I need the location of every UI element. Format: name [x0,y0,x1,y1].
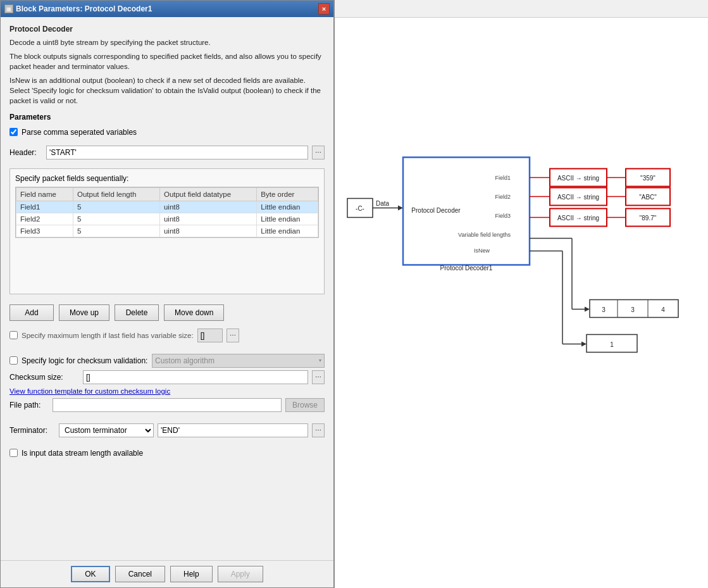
cell-length: 5 [73,201,160,213]
dialog-footer: OK Cancel Help Apply [1,560,333,587]
decoder-block-label: Protocol Decoder1 [440,265,493,272]
desc2: The block outputs signals corresponding … [9,51,325,72]
packet-section: Specify packet fields sequentially: Fiel… [9,168,325,294]
ascii3-label: ASCII → string [557,215,599,222]
checksum-row: Specify logic for checksum validation: C… [9,354,325,368]
cell-byteorder: Little endian [257,213,318,225]
col-byteorder: Byte order [257,187,318,201]
cell-fieldname: Field1 [16,201,73,213]
add-button[interactable]: Add [9,304,54,321]
packet-section-title: Specify packet fields sequentially: [15,174,319,183]
col-datatype: Output field datatype [159,187,256,201]
var-arrow [585,307,590,312]
dialog-window: ▦ Block Parameters: Protocol Decoder1 × … [0,0,334,588]
delete-button[interactable]: Delete [115,304,159,321]
parse-csv-checkbox[interactable] [9,128,18,136]
var-field-label: Specify maximum length if last field has… [22,332,194,339]
terminator-options-button[interactable]: ⋯ [312,423,325,437]
parse-csv-label: Parse comma seperated variables [22,128,137,137]
out1-label: "359" [640,175,655,182]
desc3: IsNew is an additional output (boolean) … [9,75,325,106]
cancel-button[interactable]: Cancel [115,566,165,582]
out2-label: "ABC" [639,194,657,201]
cell-byteorder: Little endian [257,201,318,213]
fields-table-container: Field name Output field length Output fi… [15,187,319,238]
dialog-icon: ▦ [4,4,13,13]
terminator-select[interactable]: Custom terminator No terminator CR LF CR… [59,423,154,437]
var-field-checkbox[interactable] [9,331,18,339]
header-input[interactable] [46,146,308,160]
decoder-title: Protocol Decoder [411,207,461,214]
diagram-panel: -C- Data Field1 Field2 Field3 Variable f… [334,0,708,588]
num2-label: 1 [610,341,614,348]
num1b-label: 3 [631,306,635,313]
checksum-size-row: Checksum size: ⋯ [9,370,325,384]
terminator-label: Terminator: [9,426,55,435]
checksum-size-input[interactable] [83,370,308,384]
filepath-row: File path: Browse [9,398,325,412]
cell-fieldname: Field2 [16,213,73,225]
header-row: Header: ⋯ [9,146,325,160]
cell-datatype: uint8 [159,201,256,213]
ok-button[interactable]: OK [71,566,109,582]
col-fieldname: Field name [16,187,73,201]
dialog-title: Block Parameters: Protocol Decoder1 [16,4,152,13]
title-bar: ▦ Block Parameters: Protocol Decoder1 × [1,1,333,17]
filepath-input[interactable] [53,398,282,412]
checksum-label: Specify logic for checksum validation: [22,356,148,365]
params-label: Parameters [9,113,325,122]
table-row[interactable]: Field2 5 uint8 Little endian [16,213,318,225]
ascii1-label: ASCII → string [557,175,599,182]
checksum-size-options-button[interactable]: ⋯ [312,370,325,384]
var-field-input[interactable] [197,328,223,342]
cell-fieldname: Field3 [16,225,73,237]
source-label: -C- [356,205,364,212]
title-bar-left: ▦ Block Parameters: Protocol Decoder1 [4,4,152,13]
diagram-svg: -C- Data Field1 Field2 Field3 Variable f… [335,18,708,588]
checksum-algo-label: Custom algorithm [155,356,214,365]
desc1: Decode a uint8 byte stream by specifying… [9,37,325,47]
num1a-label: 3 [602,306,606,313]
apply-button[interactable]: Apply [218,566,263,582]
num1c-label: 4 [661,306,665,313]
isnew-port-label: IsNew [474,247,490,254]
fields-table: Field name Output field length Output fi… [16,187,318,237]
isnew-arrow [581,342,587,347]
help-button[interactable]: Help [170,566,213,582]
dialog-body: Protocol Decoder Decode a uint8 byte str… [1,17,333,560]
ascii2-label: ASCII → string [557,194,599,201]
var-field-row: Specify maximum length if last field has… [9,328,325,342]
table-row[interactable]: Field3 5 uint8 Little endian [16,225,318,237]
is-input-row: Is input data stream length available [9,449,325,458]
close-button[interactable]: × [318,3,330,15]
move-up-button[interactable]: Move up [59,304,109,321]
field1-port-label: Field1 [495,175,511,181]
section-title: Protocol Decoder [9,25,325,34]
header-options-button[interactable]: ⋯ [312,146,325,160]
terminator-row: Terminator: Custom terminator No termina… [9,423,325,437]
view-template-link[interactable]: View function template for custom checks… [9,387,170,395]
col-length: Output field length [73,187,160,201]
cell-datatype: uint8 [159,225,256,237]
cell-datatype: uint8 [159,213,256,225]
browse-button[interactable]: Browse [285,398,325,412]
parse-csv-row: Parse comma seperated variables [9,128,325,137]
filepath-label: File path: [9,401,49,410]
field2-port-label: Field2 [495,194,511,200]
var-field-options-button[interactable]: ⋯ [227,328,239,342]
out3-label: "89.7" [640,215,657,222]
var-lengths-port-label: Variable field lengths [458,232,511,238]
diagram-toolbar [335,0,708,18]
terminator-value-input[interactable] [158,423,308,437]
checksum-algo-arrow: ▾ [319,358,321,363]
checksum-algo-dropdown[interactable]: Custom algorithm ▾ [152,354,325,368]
table-buttons-row: Add Move up Delete Move down [9,304,325,321]
cell-length: 5 [73,213,160,225]
move-down-button[interactable]: Move down [164,304,224,321]
checksum-section: Specify logic for checksum validation: C… [9,351,325,415]
is-input-checkbox[interactable] [9,449,18,457]
checksum-checkbox[interactable] [9,356,18,365]
is-input-label: Is input data stream length available [22,449,143,458]
table-row[interactable]: Field1 5 uint8 Little endian [16,201,318,213]
header-label: Header: [9,148,42,157]
